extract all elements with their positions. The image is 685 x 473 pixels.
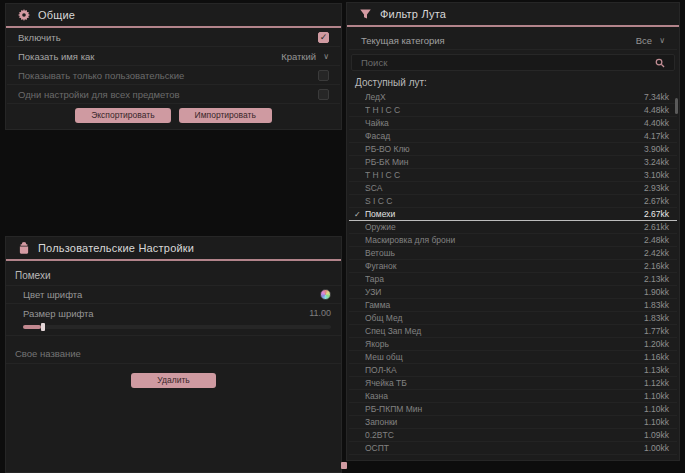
import-button[interactable]: Импортировать: [179, 108, 272, 123]
loot-row[interactable]: Ветошь2.42kk: [349, 247, 677, 260]
loot-row[interactable]: Фуганок2.16kk: [349, 260, 677, 273]
custom-name-input[interactable]: [15, 348, 331, 359]
loot-item-name: Чайка: [365, 118, 644, 128]
loot-item-name: Общ Мед: [365, 313, 644, 323]
loot-item-name: SCA: [365, 183, 644, 193]
loot-item-value: 2.42kk: [644, 248, 669, 258]
loot-item-name: Тара: [365, 274, 644, 284]
loot-row[interactable]: Якорь1.20kk: [349, 338, 677, 351]
delete-button[interactable]: Удалить: [131, 373, 215, 388]
loot-row[interactable]: 0.2BTC1.09kk: [349, 429, 677, 442]
scrollbar-thumb[interactable]: [675, 98, 678, 114]
loot-item-name: Меш общ: [365, 352, 644, 362]
loot-item-value: 4.40kk: [644, 118, 669, 128]
loot-row[interactable]: S I C C2.67kk: [349, 195, 677, 208]
chevron-down-icon: ∨: [659, 36, 665, 45]
loot-row[interactable]: T H I C C3.10kk: [349, 169, 677, 182]
loot-item-value: 3.10kk: [644, 170, 669, 180]
loot-row[interactable]: Маскировка для брони2.48kk: [349, 234, 677, 247]
loot-item-name: T H I C C: [365, 170, 644, 180]
loot-item-name: РБ-ВО Клю: [365, 144, 644, 154]
loot-item-name: РБ-ПКПМ Мин: [365, 404, 644, 414]
loot-item-value: 1.12kk: [644, 378, 669, 388]
loot-item-name: УЗИ: [365, 287, 644, 297]
loot-row[interactable]: T H I C C4.48kk: [349, 104, 677, 117]
loot-item-value: 1.77kk: [644, 326, 669, 336]
font-size-slider[interactable]: [23, 325, 331, 329]
loot-row[interactable]: Гамма1.83kk: [349, 299, 677, 312]
loot-row[interactable]: Фасад4.17kk: [349, 130, 677, 143]
same-settings-label: Одни настройки для всех предметов: [18, 89, 180, 100]
loot-row[interactable]: ЛедХ7.34kk: [349, 91, 677, 104]
font-size-value: 11.00: [309, 308, 331, 318]
color-wheel-icon[interactable]: [320, 289, 331, 300]
setting-row-only-custom: Показывать только пользовательские: [7, 66, 340, 85]
loot-item-name: Ячейка ТБ: [365, 378, 644, 388]
search-input[interactable]: [361, 57, 655, 68]
filter-panel-title: Фильтр Лута: [380, 8, 446, 20]
loot-row[interactable]: Чайка4.40kk: [349, 117, 677, 130]
loot-row[interactable]: Меш общ1.16kk: [349, 351, 677, 364]
loot-row[interactable]: ОСПТ1.00kk: [349, 442, 677, 455]
loot-row[interactable]: Запонки1.10kk: [349, 416, 677, 429]
header-underline: [347, 25, 679, 27]
available-loot-label: Доступный лут:: [347, 71, 679, 91]
category-row: Текущая категория Все ∨: [349, 31, 677, 50]
loot-item-value: 2.48kk: [644, 235, 669, 245]
loot-item-value: 1.13kk: [644, 365, 669, 375]
setting-row-name-display: Показать имя как Краткий ∨: [7, 47, 340, 66]
enable-checkbox[interactable]: ✓: [318, 32, 329, 43]
loot-item-name: Фасад: [365, 131, 644, 141]
category-dropdown[interactable]: Все ∨: [636, 35, 665, 46]
loot-item-name: Спец Зап Мед: [365, 326, 644, 336]
checkmark-icon: ✓: [354, 210, 365, 219]
gear-icon: [18, 9, 30, 21]
loot-row[interactable]: ПОЛ-КА1.13kk: [349, 364, 677, 377]
loot-row[interactable]: Спец Зап Мед1.77kk: [349, 325, 677, 338]
setting-row-enable: Включить ✓: [7, 28, 340, 47]
only-custom-checkbox[interactable]: [318, 70, 329, 81]
loot-row[interactable]: ✓Помехи2.67kk: [349, 208, 677, 221]
search-icon[interactable]: [655, 58, 665, 68]
loot-item-name: Запонки: [365, 417, 644, 427]
general-panel: Общие Включить ✓ Показать имя как Кратки…: [5, 3, 342, 130]
loot-row[interactable]: Ячейка ТБ1.12kk: [349, 377, 677, 390]
loot-item-name: Ветошь: [365, 248, 644, 258]
loot-item-value: 7.34kk: [644, 92, 669, 102]
same-settings-checkbox[interactable]: [318, 89, 329, 100]
loot-row[interactable]: Оружие2.61kk: [349, 221, 677, 234]
resize-handle[interactable]: [341, 462, 347, 469]
slider-handle[interactable]: [41, 323, 45, 331]
loot-item-value: 1.90kk: [644, 287, 669, 297]
loot-row[interactable]: Казна1.10kk: [349, 390, 677, 403]
loot-row[interactable]: Общ Мед1.83kk: [349, 312, 677, 325]
backpack-icon: [18, 242, 30, 254]
loot-row[interactable]: Тара2.13kk: [349, 273, 677, 286]
font-size-label: Размер шрифта: [23, 308, 94, 319]
loot-item-value: 3.24kk: [644, 157, 669, 167]
loot-row[interactable]: SCA2.93kk: [349, 182, 677, 195]
loot-item-name: ЛедХ: [365, 92, 644, 102]
chevron-down-icon: ∨: [323, 52, 329, 61]
general-panel-title: Общие: [38, 9, 75, 21]
name-display-value: Краткий: [281, 51, 316, 62]
loot-filter-panel: Фильтр Лута Текущая категория Все ∨ Дост…: [346, 2, 680, 461]
loot-row[interactable]: РБ-ПКПМ Мин1.10kk: [349, 403, 677, 416]
filter-panel-header: Фильтр Лута: [347, 3, 679, 25]
loot-item-name: S I C C: [365, 196, 644, 206]
custom-panel-title: Пользовательские Настройки: [38, 242, 194, 254]
font-size-slider-wrap: [6, 322, 341, 336]
export-button[interactable]: Экспортировать: [75, 108, 170, 123]
name-display-dropdown[interactable]: Краткий ∨: [281, 51, 329, 62]
loot-item-value: 1.83kk: [644, 300, 669, 310]
only-custom-label: Показывать только пользовательские: [18, 70, 184, 81]
loot-row[interactable]: РБ-БК Мин3.24kk: [349, 156, 677, 169]
loot-row[interactable]: РБ-ВО Клю3.90kk: [349, 143, 677, 156]
delete-button-wrap: Удалить: [6, 373, 341, 388]
setting-row-same-settings: Одни настройки для всех предметов: [7, 85, 340, 104]
loot-item-name: Маскировка для брони: [365, 235, 644, 245]
font-color-label: Цвет шрифта: [23, 289, 82, 300]
loot-item-value: 1.10kk: [644, 404, 669, 414]
loot-row[interactable]: УЗИ1.90kk: [349, 286, 677, 299]
custom-settings-panel: Пользовательские Настройки Помехи Цвет ш…: [5, 236, 342, 473]
